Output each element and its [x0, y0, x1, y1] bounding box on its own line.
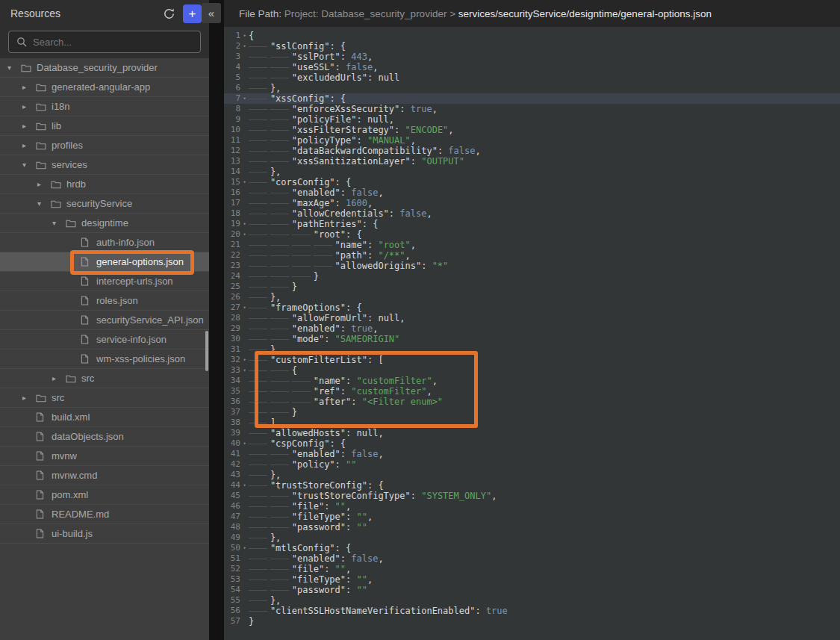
code-text[interactable]: "xssConfig": { [249, 93, 346, 104]
code-text[interactable]: } [249, 407, 297, 417]
code-text[interactable]: "trustStoreConfig": { [249, 480, 384, 491]
code-text[interactable]: "enabled": false, [249, 187, 384, 198]
code-text[interactable]: "file": "", [249, 564, 351, 574]
tree-item-ui-build.js[interactable]: ui-build.js [0, 524, 209, 544]
fold-toggle-icon[interactable]: ▾ [240, 41, 249, 52]
code-text[interactable]: "name": "root", [249, 240, 416, 250]
tree-item-README.md[interactable]: README.md [0, 505, 209, 524]
fold-toggle-icon[interactable]: ▾ [240, 438, 249, 449]
chevron-right-icon[interactable]: ▸ [22, 102, 36, 111]
code-text[interactable]: } [249, 282, 297, 292]
fold-toggle-icon[interactable]: ▾ [240, 543, 249, 553]
code-text[interactable]: "xssSanitizationLayer": "OUTPUT" [249, 156, 464, 167]
chevron-right-icon[interactable]: ▸ [22, 83, 36, 91]
tree-item-i18n[interactable]: ▸i18n [0, 97, 209, 116]
code-text[interactable]: "mtlsConfig": { [249, 543, 351, 553]
tree-item-wm-xss-policies.json[interactable]: wm-xss-policies.json [0, 349, 209, 369]
search-input[interactable] [8, 31, 201, 53]
code-text[interactable]: "excludedUrls": null [249, 72, 399, 83]
code-text[interactable]: "root": { [249, 229, 362, 240]
tree-item-auth-info.json[interactable]: auth-info.json [0, 233, 209, 252]
code-text[interactable]: "enabled": false, [249, 553, 384, 564]
code-text[interactable]: "enforceXssSecurity": true, [249, 104, 438, 114]
code-text[interactable]: }, [249, 344, 281, 355]
code-text[interactable]: "password": "" [249, 522, 367, 532]
tree-item-src[interactable]: ▸src [0, 388, 209, 408]
fold-toggle-icon[interactable]: ▾ [240, 229, 249, 240]
chevron-right-icon[interactable]: ▸ [37, 180, 51, 188]
code-text[interactable]: "customFilterList": [ [249, 355, 384, 365]
code-text[interactable]: { [249, 365, 297, 376]
fold-toggle-icon[interactable]: ▾ [240, 219, 249, 229]
tree-item-generated-angular-app[interactable]: ▸generated-angular-app [0, 78, 209, 97]
chevron-down-icon[interactable]: ▾ [7, 63, 21, 72]
code-text[interactable]: "clientSSLHostNameVerificationEnabled": … [249, 606, 508, 616]
fold-toggle-icon[interactable]: ▾ [240, 355, 249, 365]
code-text[interactable]: "allowCredentials": false, [249, 208, 432, 219]
code-text[interactable]: "pathEntries": { [249, 219, 378, 229]
chevron-down-icon[interactable]: ▾ [52, 219, 66, 227]
tree-item-securityService_API.json[interactable]: securityService_API.json [0, 311, 209, 330]
tree-item-services[interactable]: ▾services [0, 155, 209, 175]
code-text[interactable]: "dataBackwardCompatibility": false, [249, 146, 481, 156]
tree-item-lib[interactable]: ▸lib [0, 116, 209, 136]
code-text[interactable]: "policyFile": null, [249, 114, 394, 125]
tree-item-dataObjects.json[interactable]: dataObjects.json [0, 427, 209, 447]
collapse-panel-button[interactable]: « [202, 3, 221, 23]
code-text[interactable]: "enabled": false, [249, 449, 384, 459]
code-text[interactable]: "path": "/**", [249, 250, 411, 261]
fold-toggle-icon[interactable]: ▾ [240, 480, 249, 491]
code-text[interactable]: "cspConfig": { [249, 438, 346, 449]
fold-toggle-icon[interactable]: ▾ [240, 365, 249, 376]
chevron-down-icon[interactable]: ▾ [37, 199, 51, 208]
code-text[interactable]: { [249, 31, 254, 41]
code-text[interactable]: "allowedOrigins": "*" [249, 261, 448, 271]
code-text[interactable]: "policyType": "MANUAL", [249, 135, 416, 146]
chevron-right-icon[interactable]: ▸ [22, 141, 36, 149]
refresh-icon[interactable] [161, 6, 176, 21]
code-text[interactable]: }, [249, 470, 281, 480]
tree-item-designtime[interactable]: ▾designtime [0, 214, 209, 233]
code-text[interactable]: }, [249, 83, 281, 93]
tree-item-Database_security_provider[interactable]: ▾Database_security_provider [0, 58, 209, 78]
code-text[interactable]: }, [249, 292, 281, 302]
code-text[interactable]: "frameOptions": { [249, 302, 362, 313]
code-text[interactable]: "ref": "customFilter", [249, 386, 432, 397]
tree-item-pom.xml[interactable]: pom.xml [0, 485, 209, 505]
fold-toggle-icon[interactable]: ▾ [240, 302, 249, 313]
chevron-down-icon[interactable]: ▾ [22, 161, 36, 169]
code-text[interactable]: "trustStoreConfigType": "SYSTEM_ONLY", [249, 491, 497, 501]
code-text[interactable]: "maxAge": 1600, [249, 198, 373, 208]
code-text[interactable]: "enabled": true, [249, 323, 378, 334]
sidebar-scrollbar-thumb[interactable] [205, 331, 208, 371]
tree-item-roles.json[interactable]: roles.json [0, 291, 209, 311]
code-text[interactable]: }, [249, 532, 281, 543]
code-text[interactable]: }, [249, 595, 281, 606]
code-text[interactable]: }, [249, 167, 281, 177]
code-text[interactable]: "corsConfig": { [249, 177, 351, 187]
code-text[interactable]: "name": "customFilter", [249, 376, 438, 386]
code-text[interactable]: "allowFromUrl": null, [249, 313, 405, 323]
tree-item-profiles[interactable]: ▸profiles [0, 136, 209, 155]
code-text[interactable]: "allowedHosts": null, [249, 428, 384, 438]
add-resource-button[interactable]: + [183, 4, 202, 23]
fold-toggle-icon[interactable]: ▾ [240, 31, 249, 41]
fold-toggle-icon[interactable]: ▾ [240, 177, 249, 187]
tree-item-securityService[interactable]: ▾securityService [0, 194, 209, 214]
tree-item-mvnw[interactable]: mvnw [0, 447, 209, 466]
tree-item-general-options.json[interactable]: general-options.json [0, 252, 209, 272]
code-text[interactable]: } [249, 616, 254, 627]
tree-item-service-info.json[interactable]: service-info.json [0, 330, 209, 349]
tree-item-hrdb[interactable]: ▸hrdb [0, 175, 209, 194]
tree-item-src[interactable]: ▸src [0, 369, 209, 388]
fold-toggle-icon[interactable]: ▾ [240, 93, 249, 104]
code-text[interactable]: "xssFilterStrategy": "ENCODE", [249, 125, 454, 135]
code-text[interactable]: } [249, 271, 319, 282]
tree-item-mvnw.cmd[interactable]: mvnw.cmd [0, 466, 209, 485]
code-text[interactable]: "fileType": "", [249, 574, 373, 585]
code-text[interactable]: "file": "", [249, 501, 351, 512]
code-editor[interactable]: 1▾{2▾"sslConfig": {3"sslPort": 443,4"use… [224, 27, 840, 640]
tree-item-intercept-urls.json[interactable]: intercept-urls.json [0, 272, 209, 291]
chevron-right-icon[interactable]: ▸ [22, 122, 36, 130]
code-text[interactable]: "sslPort": 443, [249, 52, 373, 62]
